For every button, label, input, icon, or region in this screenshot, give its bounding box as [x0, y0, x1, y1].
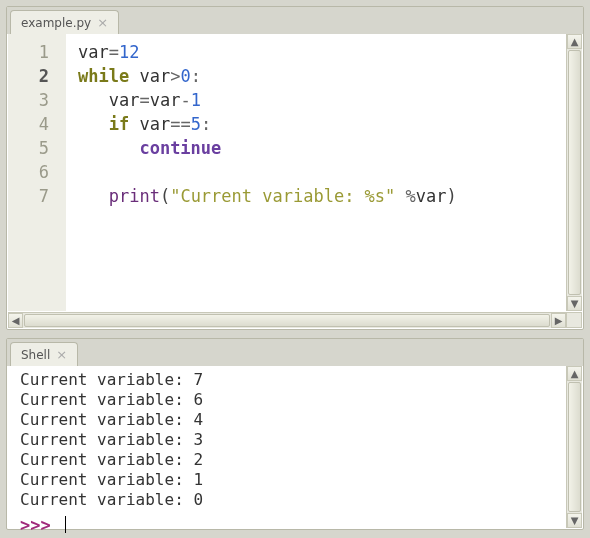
editor-tabbar: example.py × [7, 7, 583, 34]
shell-panel: Shell × Current variable: 7Current varia… [6, 338, 584, 530]
line-number: 6 [8, 160, 65, 184]
line-number: 3 [8, 88, 65, 112]
scroll-thumb[interactable] [24, 314, 550, 327]
scroll-thumb[interactable] [568, 382, 581, 512]
tab-example-py[interactable]: example.py × [10, 10, 119, 34]
tab-shell[interactable]: Shell × [10, 342, 78, 366]
editor-body: 1234567 var=12while var>0: var=var-1 if … [8, 34, 582, 311]
line-number: 2 [8, 64, 65, 88]
shell-output-line: Current variable: 4 [20, 410, 566, 430]
code-line: while var>0: [78, 64, 582, 88]
tab-label: example.py [21, 16, 91, 30]
scroll-left-icon[interactable]: ◀ [8, 313, 23, 328]
scroll-down-icon[interactable]: ▼ [567, 513, 582, 528]
close-icon[interactable]: × [56, 348, 67, 361]
scroll-down-icon[interactable]: ▼ [567, 296, 582, 311]
scroll-up-icon[interactable]: ▲ [567, 366, 582, 381]
shell-output-line: Current variable: 0 [20, 490, 566, 510]
line-number: 5 [8, 136, 65, 160]
scroll-thumb[interactable] [568, 50, 581, 295]
shell-output-line: Current variable: 3 [20, 430, 566, 450]
code-line: var=12 [78, 40, 582, 64]
shell-prompt-row[interactable]: >>> [20, 514, 566, 536]
code-line: continue [78, 136, 582, 160]
shell-vertical-scrollbar[interactable]: ▲ ▼ [566, 366, 582, 528]
editor-vertical-scrollbar[interactable]: ▲ ▼ [566, 34, 582, 311]
shell-output-area[interactable]: Current variable: 7Current variable: 6Cu… [8, 366, 566, 528]
shell-body: Current variable: 7Current variable: 6Cu… [8, 366, 582, 528]
line-number: 7 [8, 184, 65, 208]
code-line: print("Current variable: %s" %var) [78, 184, 582, 208]
code-area[interactable]: var=12while var>0: var=var-1 if var==5: … [66, 34, 582, 311]
scroll-corner [566, 312, 582, 328]
close-icon[interactable]: × [97, 16, 108, 29]
shell-prompt: >>> [20, 515, 61, 535]
editor-panel: example.py × 1234567 var=12while var>0: … [6, 6, 584, 330]
code-line: if var==5: [78, 112, 582, 136]
editor-horizontal-scrollbar[interactable]: ◀ ▶ [8, 312, 566, 328]
scroll-up-icon[interactable]: ▲ [567, 34, 582, 49]
code-line [78, 160, 582, 184]
shell-output-line: Current variable: 2 [20, 450, 566, 470]
line-number-gutter: 1234567 [8, 34, 66, 311]
scroll-right-icon[interactable]: ▶ [551, 313, 566, 328]
shell-output-line: Current variable: 1 [20, 470, 566, 490]
tab-label: Shell [21, 348, 50, 362]
code-line: var=var-1 [78, 88, 582, 112]
shell-output-line: Current variable: 6 [20, 390, 566, 410]
text-cursor [65, 516, 66, 533]
line-number: 4 [8, 112, 65, 136]
line-number: 1 [8, 40, 65, 64]
shell-output-line: Current variable: 7 [20, 370, 566, 390]
shell-tabbar: Shell × [7, 339, 583, 366]
